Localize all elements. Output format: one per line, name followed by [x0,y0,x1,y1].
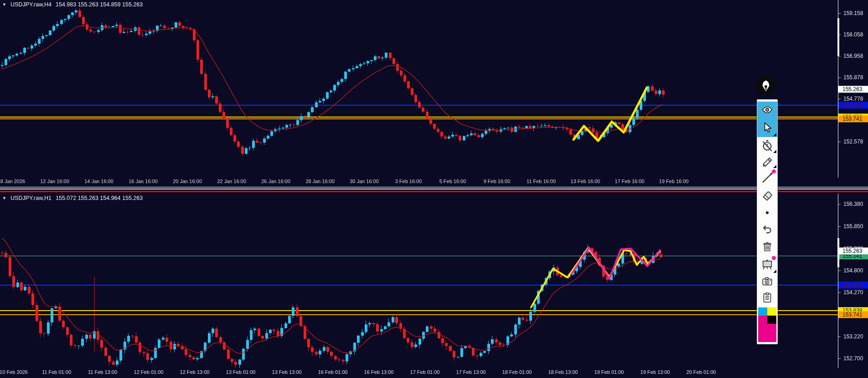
pen-line-icon [761,171,774,184]
price-tick-label: 159.158 [843,10,863,16]
price-level-badge: 154.450 [838,281,868,288]
time-tick-label: 13 Feb 13:00 [272,369,302,375]
h4-price-axis[interactable]: 159.158158.058156.958155.878154.778152.5… [838,0,868,178]
trading-platform-window: ▼ USDJPY.raw,H4 154.983 155.263 154.859 … [0,0,868,378]
price-tick-label: 154.778 [843,96,863,102]
price-tick-mark [838,13,841,14]
h4-chart-title: ▼ USDJPY.raw,H4 154.983 155.263 154.859 … [2,1,143,8]
time-tick-label: 17 Feb 13:00 [456,369,486,375]
splitter-line [0,189,868,189]
timer-off-button[interactable] [757,137,777,154]
palette-swatch[interactable] [767,307,776,316]
h4-chart-canvas[interactable] [0,0,838,178]
palette-swatch[interactable] [758,307,767,316]
eye-icon [761,104,774,115]
time-tick-label: 11 Feb 13:00 [88,369,117,375]
price-tick-label: 156.380 [843,201,863,207]
whiteboard-button[interactable] [757,255,777,274]
eraser-icon [760,189,774,201]
h1-axis-border [838,194,838,368]
time-tick-label: 28 Jan 16:00 [305,179,335,184]
price-scale-scrollbar[interactable] [837,18,839,56]
price-tick-label: 154.800 [843,267,863,274]
time-tick-label: 18 Feb 13:00 [548,369,578,375]
cursor-icon [761,121,773,134]
h1-chart-panel: ▼ USDJPY.raw,H1 155.072 155.263 154.964 … [0,194,868,378]
dot-icon [765,210,770,215]
corner-options-triangle-icon [773,133,776,136]
trash-icon [761,240,773,253]
price-level-badge: 155.263 [838,247,868,254]
corner-options-triangle-icon [773,150,776,153]
undo-button[interactable] [757,221,777,237]
palette-swatch[interactable] [767,316,776,324]
price-tick-mark [838,77,841,78]
hide-show-button[interactable] [757,102,777,118]
time-tick-label: 13 Feb 16:00 [571,179,600,184]
time-tick-label: 9 Feb 16:00 [484,179,511,184]
time-tick-label: 11 Feb 16:00 [527,179,556,184]
marker-icon [761,155,774,168]
price-tick-mark [838,337,841,337]
marker-button[interactable] [757,154,777,169]
color-palette [758,307,776,324]
h1-price-axis[interactable]: 156.380155.850155.320154.800154.270153.2… [838,194,868,368]
splitter-red-line [0,191,868,192]
time-tick-label: 8 Jan 2026 [0,179,25,184]
stopwatch-off-icon [761,139,774,152]
price-tick-mark [838,226,841,227]
clear-all-button[interactable] [757,239,777,254]
easel-icon [760,258,774,271]
time-tick-label: 18 Feb 01:00 [502,369,532,375]
price-tick-label: 158.058 [843,31,863,38]
clipboard-button[interactable] [757,290,777,305]
current-color-swatch[interactable] [758,324,776,342]
pen-button[interactable] [757,169,777,186]
time-tick-label: 12 Feb 13:00 [180,369,210,375]
time-tick-label: 16 Jan 16:00 [129,179,158,184]
panel-splitter[interactable] [0,186,868,194]
pen-nib-icon [759,79,773,92]
palette-swatch[interactable] [758,316,767,324]
time-tick-label: 14 Jan 16:00 [84,179,114,184]
time-tick-label: 19 Feb 13:00 [641,369,670,375]
annotation-app-logo[interactable] [756,76,776,96]
corner-options-triangle-icon [773,165,776,168]
price-tick-mark [838,292,841,293]
price-level-badge: 153.741 [838,116,868,123]
h1-chart-canvas[interactable] [0,194,838,368]
time-tick-label: 30 Jan 16:00 [350,179,379,184]
time-tick-label: 22 Jan 16:00 [217,179,246,184]
select-cursor-button[interactable] [757,118,777,137]
price-tick-label: 154.270 [843,289,863,296]
color-indicator-dot [772,256,776,260]
time-tick-label: 26 Jan 16:00 [261,179,290,184]
undo-icon [760,223,774,235]
screenshot-button[interactable] [757,274,777,289]
price-tick-mark [838,358,841,359]
h4-ohlc-values: 154.983 155.263 154.859 155.263 [56,1,143,8]
chart-dropdown-icon[interactable]: ▼ [2,196,6,200]
time-tick-label: 20 Feb 01:00 [687,369,716,375]
eraser-button[interactable] [757,186,777,204]
price-tick-mark [838,99,841,99]
price-tick-mark [838,142,841,142]
clipboard-icon [761,291,773,304]
price-tick-label: 152.700 [843,355,863,362]
h4-time-axis[interactable]: 8 Jan 202612 Jan 16:0014 Jan 16:0016 Jan… [0,177,868,186]
time-tick-label: 13 Feb 01:00 [226,369,256,375]
price-level-badge: 154.450 [838,102,868,108]
chart-dropdown-icon[interactable]: ▼ [2,2,6,7]
splitter-line [0,187,868,188]
h1-time-axis[interactable]: 10 Feb 202611 Feb 01:0011 Feb 13:0012 Fe… [0,368,868,377]
size-dot-button[interactable] [757,208,777,218]
time-tick-label: 12 Feb 01:00 [134,369,164,375]
price-scale-scrollbar[interactable] [837,238,839,267]
price-tick-mark [838,271,841,271]
h1-symbol-timeframe: USDJPY.raw,H1 [10,195,52,201]
time-tick-label: 12 Jan 16:00 [40,179,69,184]
price-tick-label: 155.878 [843,74,863,81]
time-tick-label: 16 Feb 13:00 [364,369,394,375]
price-tick-label: 153.220 [843,333,863,340]
time-tick-label: 17 Feb 01:00 [410,369,440,375]
